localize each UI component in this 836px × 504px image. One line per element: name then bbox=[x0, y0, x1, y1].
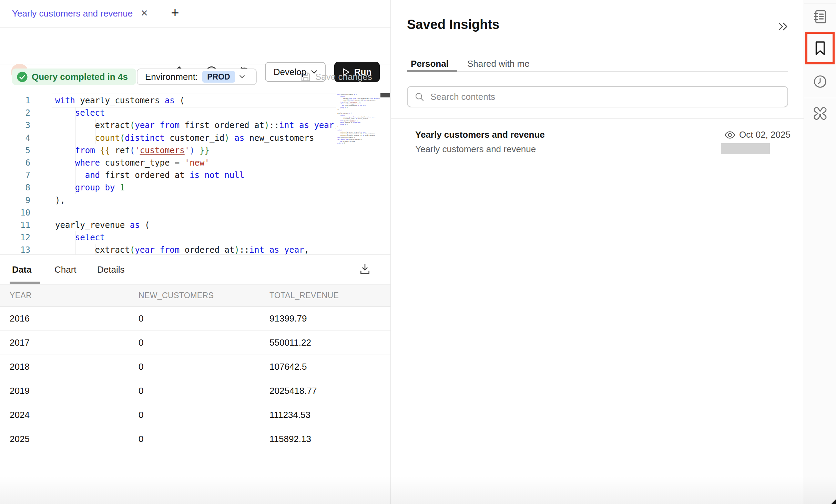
table-row: 20180107642.5 bbox=[0, 355, 390, 379]
line-number: 10 bbox=[0, 207, 30, 219]
column-header-new-customers: NEW_CUSTOMERS bbox=[139, 285, 214, 306]
tab-separator bbox=[162, 0, 162, 27]
table-cell: 0 bbox=[139, 379, 143, 403]
list-divider bbox=[391, 118, 804, 119]
tab-bar: Yearly customers and revenue ✕ + bbox=[0, 0, 390, 28]
code-line: yearly_revenue as ( bbox=[55, 219, 339, 231]
check-circle-icon bbox=[17, 72, 28, 82]
tab-divider-line bbox=[407, 71, 788, 72]
results-table-header: YEAR NEW_CUSTOMERS TOTAL_REVENUE bbox=[0, 284, 390, 307]
environment-label: Environment: bbox=[145, 72, 198, 82]
results-table-body: 2016091399.7920170550011.2220180107642.5… bbox=[0, 307, 390, 451]
collapse-panel-icon[interactable] bbox=[777, 21, 788, 32]
app-root: Yearly customers and revenue ✕ + BL Your… bbox=[0, 0, 836, 504]
code-line: count(distinct customer_id) as new_custo… bbox=[55, 132, 339, 144]
editor-scrollbar-thumb[interactable] bbox=[380, 93, 390, 97]
code-line: order by 1 bbox=[337, 142, 380, 144]
line-number: 1 bbox=[0, 94, 30, 107]
skeleton-placeholder bbox=[721, 143, 770, 154]
search-input[interactable] bbox=[430, 91, 781, 103]
environment-value-badge: PROD bbox=[202, 71, 235, 83]
table-cell: 2019 bbox=[10, 379, 30, 403]
code-line: select bbox=[55, 107, 339, 119]
rail-divider bbox=[804, 98, 836, 98]
line-number: 5 bbox=[0, 144, 30, 157]
table-cell: 2018 bbox=[10, 355, 30, 379]
code-line: select bbox=[55, 231, 339, 244]
column-header-year: YEAR bbox=[10, 285, 32, 306]
code-line: extract(year from ordered_at)::int as ye… bbox=[55, 244, 339, 255]
line-number: 13 bbox=[0, 244, 30, 255]
table-row: 20240111234.53 bbox=[0, 403, 390, 427]
notebook-icon[interactable] bbox=[813, 9, 828, 24]
insight-item-title[interactable]: Yearly customers and revenue bbox=[415, 129, 545, 140]
table-cell: 2025 bbox=[10, 427, 30, 451]
table-cell: 2017 bbox=[10, 331, 30, 355]
bookmark-active-highlight[interactable] bbox=[805, 32, 835, 64]
column-header-total-revenue: TOTAL_REVENUE bbox=[269, 285, 339, 306]
editor-minimap[interactable]: with yearly_customers as ( select extrac… bbox=[336, 90, 380, 254]
line-number: 3 bbox=[0, 119, 30, 132]
line-number: 8 bbox=[0, 181, 30, 194]
table-cell: 2025418.77 bbox=[269, 379, 317, 403]
save-changes-button[interactable]: Save changes bbox=[300, 69, 372, 85]
tab-yearly-customers[interactable]: Yearly customers and revenue bbox=[12, 0, 133, 27]
panel-title: Saved Insights bbox=[407, 17, 499, 32]
line-number: 11 bbox=[0, 219, 30, 231]
tab-shared-with-me[interactable]: Shared with me bbox=[467, 58, 530, 70]
tab-data[interactable]: Data bbox=[12, 255, 31, 284]
line-number: 2 bbox=[0, 107, 30, 119]
table-cell: 91399.79 bbox=[269, 307, 307, 330]
results-tab-bar: Data Chart Details bbox=[0, 255, 390, 284]
environment-selector[interactable]: Environment: PROD bbox=[137, 69, 257, 85]
table-cell: 0 bbox=[139, 355, 143, 379]
line-number: 7 bbox=[0, 169, 30, 181]
table-cell: 0 bbox=[139, 427, 143, 451]
minimap-code: with yearly_customers as ( select extrac… bbox=[337, 94, 380, 144]
table-cell: 0 bbox=[139, 331, 143, 355]
code-line: from {{ ref('customers') }} bbox=[55, 144, 339, 157]
query-workspace-panel: Yearly customers and revenue ✕ + BL Your… bbox=[0, 0, 391, 504]
code-line bbox=[55, 207, 339, 219]
search-box[interactable] bbox=[407, 86, 788, 107]
code-line: extract(year from first_ordered_at)::int… bbox=[55, 119, 339, 132]
tab-chart[interactable]: Chart bbox=[54, 255, 77, 284]
active-tab-underline bbox=[10, 282, 40, 284]
table-cell: 0 bbox=[139, 403, 143, 427]
code-line: with yearly_customers as ( bbox=[55, 94, 339, 107]
insight-header: BL Your saved insight Develop bbox=[0, 27, 390, 64]
query-status-badge: Query completed in 4s bbox=[12, 69, 136, 85]
sql-editor[interactable]: 12345678910111213 with yearly_customers … bbox=[0, 90, 390, 255]
download-icon[interactable] bbox=[359, 263, 371, 275]
table-row: 201902025418.77 bbox=[0, 379, 390, 403]
save-icon bbox=[300, 72, 311, 82]
table-row: 20250115892.13 bbox=[0, 427, 390, 451]
table-cell: 550011.22 bbox=[269, 331, 311, 355]
code-line: ), bbox=[55, 194, 339, 207]
line-number: 6 bbox=[0, 157, 30, 169]
tab-close-icon[interactable]: ✕ bbox=[141, 0, 148, 27]
saved-insights-panel: Saved Insights Personal Shared with me Y… bbox=[391, 0, 804, 504]
code-line: and first_ordered_at is not null bbox=[55, 169, 339, 181]
clock-icon[interactable] bbox=[813, 74, 827, 89]
table-row: 20170550011.22 bbox=[0, 331, 390, 355]
editor-code[interactable]: with yearly_customers as ( select extrac… bbox=[55, 94, 339, 255]
editor-gutter: 12345678910111213 bbox=[0, 94, 30, 255]
tab-personal[interactable]: Personal bbox=[411, 58, 449, 70]
insight-item-date: Oct 02, 2025 bbox=[724, 129, 791, 140]
line-number: 4 bbox=[0, 132, 30, 144]
dbt-logo-icon[interactable] bbox=[811, 106, 829, 124]
eye-icon bbox=[724, 131, 735, 139]
table-row: 2016091399.79 bbox=[0, 307, 390, 331]
bookmark-icon bbox=[814, 40, 826, 56]
table-cell: 111234.53 bbox=[269, 403, 310, 427]
new-tab-button[interactable]: + bbox=[168, 0, 182, 27]
rail-divider bbox=[804, 3, 836, 3]
tab-details[interactable]: Details bbox=[97, 255, 124, 284]
active-tab-underline bbox=[407, 70, 457, 72]
table-cell: 2016 bbox=[10, 307, 30, 330]
table-cell: 115892.13 bbox=[269, 427, 311, 451]
search-icon bbox=[415, 92, 424, 102]
right-icon-rail bbox=[804, 0, 836, 504]
line-number: 12 bbox=[0, 231, 30, 244]
